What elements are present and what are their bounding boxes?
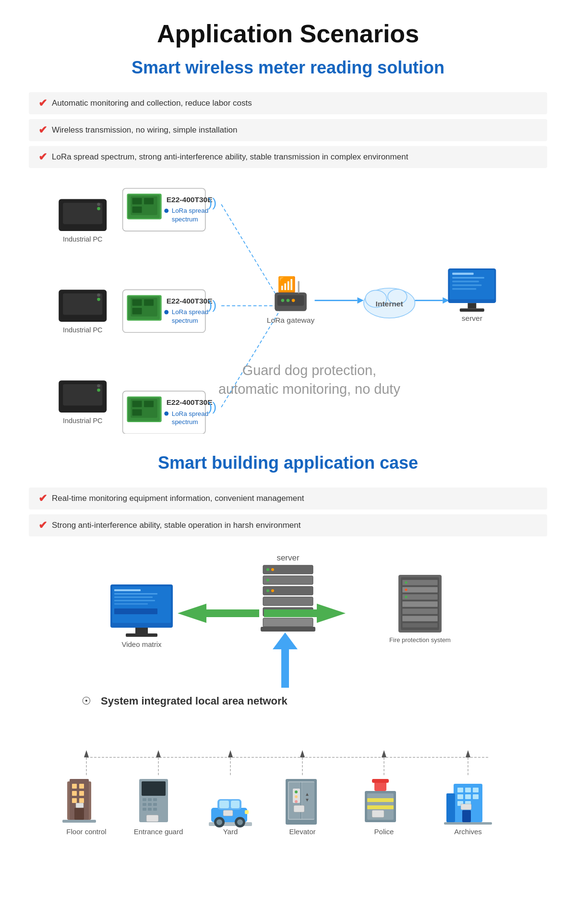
svg-line-51 [221,205,283,306]
svg-text:server: server [276,553,300,562]
svg-text:Floor control: Floor control [66,827,106,836]
svg-text:)): )) [208,298,216,312]
svg-rect-78 [468,303,476,308]
svg-rect-162 [143,808,146,811]
svg-point-85 [266,568,269,571]
svg-rect-198 [372,810,384,817]
svg-text:Video matrix: Video matrix [121,640,162,648]
svg-rect-122 [206,609,259,617]
svg-text:☉: ☉ [82,695,91,707]
feature-item-3: ✔ LoRa spread spectrum, strong anti-inte… [29,146,547,168]
svg-rect-207 [473,794,479,799]
svg-point-13 [97,389,100,392]
svg-rect-112 [402,594,438,600]
svg-point-45 [164,412,168,416]
svg-point-88 [266,579,269,582]
svg-rect-99 [114,589,141,591]
svg-rect-30 [132,299,142,305]
svg-marker-136 [84,750,89,757]
svg-rect-11 [63,384,102,405]
svg-text:Industrial PC: Industrial PC [63,326,103,334]
svg-text:Industrial PC: Industrial PC [63,235,103,243]
svg-marker-137 [156,750,161,757]
svg-rect-111 [402,587,438,593]
features-block-1: ✔ Automatic monitoring and collection, r… [29,92,547,168]
svg-text:LoRa gateway: LoRa gateway [267,316,315,324]
svg-rect-210 [462,810,471,822]
section2-title: Smart building application case [29,453,547,473]
svg-point-91 [271,589,274,592]
svg-rect-114 [402,608,438,614]
svg-rect-165 [146,815,158,822]
feature-item-1: ✔ Automatic monitoring and collection, r… [29,92,547,114]
svg-rect-204 [473,788,479,792]
svg-rect-75 [452,280,479,282]
svg-rect-113 [402,601,438,607]
svg-rect-197 [367,805,394,809]
svg-point-187 [295,800,298,803]
svg-rect-196 [367,798,394,802]
svg-point-173 [237,819,243,825]
svg-marker-140 [382,750,386,757]
svg-rect-147 [79,791,84,796]
feature-item-5: ✔ Strong anti-interference ability, stab… [29,514,547,536]
svg-rect-212 [461,804,471,810]
svg-rect-43 [132,409,142,415]
svg-marker-141 [466,750,470,757]
svg-text:📶: 📶 [277,276,296,293]
svg-point-186 [295,795,298,798]
svg-text:spectrum: spectrum [172,418,198,426]
svg-rect-144 [72,784,77,789]
svg-rect-205 [457,794,463,799]
svg-point-119 [405,596,408,598]
lan-diagram: Floor control Entrance guard [48,729,528,863]
svg-point-117 [405,582,408,584]
svg-text:server: server [462,314,482,322]
svg-point-12 [97,384,100,388]
check-icon-3: ✔ [38,151,47,163]
svg-rect-202 [457,788,463,792]
section1-title: Smart wireless meter reading solution [29,58,547,78]
check-icon-1: ✔ [38,97,47,109]
svg-rect-152 [76,803,84,808]
feature-item-2: ✔ Wireless transmission, no wiring, simp… [29,119,547,141]
svg-rect-106 [126,633,157,637]
svg-point-34 [164,310,168,315]
svg-text:automatic monitoring, no duty: automatic monitoring, no duty [218,381,400,397]
svg-rect-84 [263,565,313,574]
svg-text:Internet: Internet [376,300,403,308]
svg-rect-164 [153,808,157,811]
svg-rect-163 [148,808,152,811]
feature-text-5: Strong anti-interference ability, stable… [52,521,300,530]
svg-rect-201 [446,793,455,822]
svg-point-59 [287,299,290,302]
svg-rect-42 [144,401,154,407]
feature-text-1: Automatic monitoring and collection, red… [52,98,252,108]
svg-text:▲: ▲ [305,791,310,797]
svg-rect-101 [114,596,153,598]
svg-text:E22-400T30E: E22-400T30E [167,398,213,406]
svg-rect-125 [281,649,289,688]
svg-rect-145 [79,784,84,789]
svg-rect-175 [231,801,240,808]
svg-text:spectrum: spectrum [172,317,198,324]
svg-marker-126 [273,632,298,649]
svg-rect-73 [452,273,473,275]
svg-rect-105 [135,628,148,633]
svg-text:)): )) [208,195,216,210]
svg-rect-21 [132,207,142,213]
svg-rect-74 [452,277,484,279]
meter-reading-diagram: Industrial PC Industrial PC Industrial P… [48,178,528,434]
svg-rect-156 [143,798,146,801]
svg-point-3 [97,207,100,210]
svg-rect-76 [452,284,481,286]
svg-rect-176 [245,810,249,814]
svg-rect-149 [79,798,84,803]
svg-point-60 [292,299,295,302]
svg-marker-138 [228,750,233,757]
svg-rect-123 [264,609,317,617]
svg-point-86 [271,568,274,571]
svg-rect-96 [261,627,315,632]
svg-rect-95 [263,618,313,627]
svg-point-58 [281,299,285,302]
